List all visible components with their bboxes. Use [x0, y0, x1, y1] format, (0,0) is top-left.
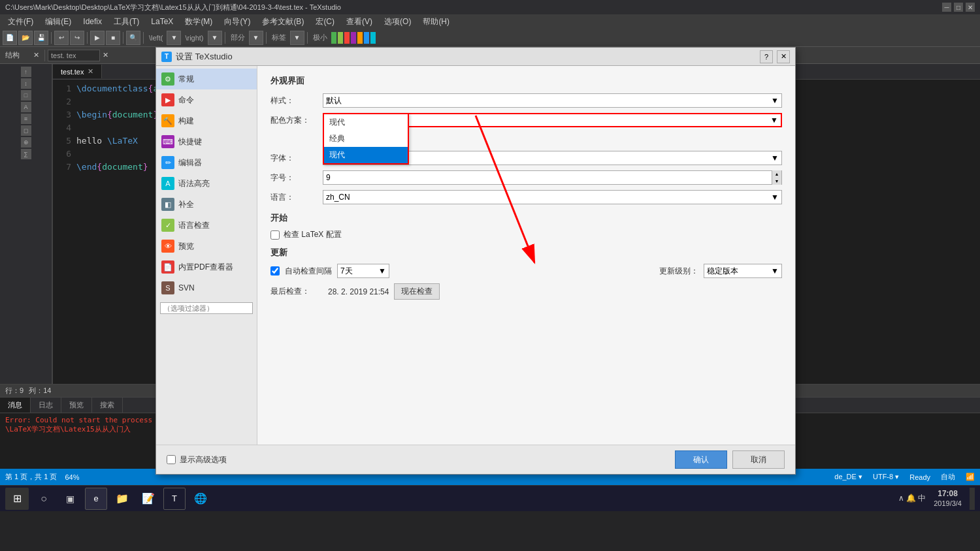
filter-input[interactable]: [160, 302, 253, 314]
open-button[interactable]: 📂: [18, 31, 33, 45]
menu-view[interactable]: 查看(V): [341, 15, 378, 29]
tag-btn[interactable]: ▼: [290, 31, 304, 45]
redo-button[interactable]: ↪: [70, 31, 84, 45]
sidebar-item-editor[interactable]: ✏ 编辑器: [156, 152, 257, 173]
minimize-button[interactable]: ─: [942, 3, 951, 12]
check-latex-row: 检查 LaTeX 配置: [270, 229, 782, 240]
auto-check-arrow-icon: ▼: [378, 266, 386, 276]
left-cmd-btn[interactable]: ▼: [167, 31, 181, 45]
language-select[interactable]: zh_CN ▼: [323, 190, 782, 204]
menu-refs[interactable]: 参考文献(B): [257, 15, 309, 29]
show-desktop-button[interactable]: [970, 488, 975, 510]
menu-macros[interactable]: 宏(C): [310, 15, 340, 29]
left-icon-4[interactable]: A: [21, 102, 31, 112]
sidebar-label-spellcheck: 语言检查: [178, 220, 210, 231]
texstudio-button[interactable]: T: [163, 488, 186, 510]
right-cmd-btn[interactable]: ▼: [208, 31, 222, 45]
language-row: 语言： zh_CN ▼: [270, 190, 782, 204]
close-tab-icon[interactable]: ✕: [103, 51, 108, 59]
menu-edit[interactable]: 编辑(E): [40, 15, 76, 29]
undo-button[interactable]: ↩: [54, 31, 69, 45]
tab-close-icon[interactable]: ✕: [88, 67, 93, 76]
menu-latex[interactable]: LaTeX: [146, 16, 178, 27]
fontsize-down-btn[interactable]: ▼: [772, 178, 781, 185]
editor-icon: ✏: [161, 156, 174, 169]
sidebar-item-commands[interactable]: ▶ 命令: [156, 89, 257, 110]
menu-options[interactable]: 选项(O): [379, 15, 416, 29]
editor-tab-active[interactable]: test.tex ✕: [53, 65, 102, 78]
dialog-close-button[interactable]: ✕: [777, 50, 790, 63]
sidebar-item-autocomplete[interactable]: ◧ 补全: [156, 194, 257, 215]
fontsize-input[interactable]: [323, 173, 772, 182]
style-select[interactable]: 默认 ▼: [323, 93, 782, 108]
sidebar-item-build[interactable]: 🔨 构建: [156, 110, 257, 131]
tab-log[interactable]: 日志: [31, 398, 61, 413]
fontsize-row: 字号： ▲ ▼: [270, 170, 782, 185]
left-icon-3[interactable]: □: [21, 90, 31, 101]
auto-check-checkbox[interactable]: [270, 266, 280, 276]
tab-preview[interactable]: 预览: [61, 398, 92, 413]
left-icon-8[interactable]: ∑: [21, 149, 31, 159]
left-panel: ↑ ↕ □ A ≡ ◻ ⊕ ∑: [0, 64, 52, 384]
menu-idefix[interactable]: Idefix: [78, 16, 107, 27]
tab-messages[interactable]: 消息: [0, 398, 31, 413]
menu-math[interactable]: 数学(M): [180, 15, 218, 29]
ie-button[interactable]: e: [85, 488, 107, 510]
left-icon-7[interactable]: ⊕: [21, 137, 31, 148]
auto-check-select[interactable]: 7天 ▼: [337, 264, 389, 278]
notes-button[interactable]: 📝: [137, 488, 159, 510]
compile-button[interactable]: ▶: [90, 31, 105, 45]
sidebar-item-general[interactable]: ⚙ 常规: [156, 69, 257, 89]
find-button[interactable]: 🔍: [126, 31, 140, 45]
menu-help[interactable]: 帮助(H): [417, 15, 455, 29]
fontsize-spinbox[interactable]: ▲ ▼: [323, 170, 782, 185]
left-icon-5[interactable]: ≡: [21, 114, 31, 124]
task-view-button[interactable]: ▣: [59, 488, 81, 510]
part-btn[interactable]: ▼: [249, 31, 263, 45]
new-button[interactable]: 📄: [3, 31, 17, 45]
fontsize-up-btn[interactable]: ▲: [772, 170, 781, 178]
stop-button[interactable]: ■: [106, 31, 120, 45]
dialog-help-button[interactable]: ?: [760, 50, 773, 63]
cancel-button[interactable]: 取消: [732, 450, 785, 469]
save-button[interactable]: 💾: [34, 31, 48, 45]
font-arrow-icon: ▼: [771, 153, 779, 163]
chrome-button[interactable]: 🌐: [189, 488, 212, 510]
footer-left: 显示高级选项: [167, 454, 227, 465]
sidebar-item-spellcheck[interactable]: ✓ 语言检查: [156, 215, 257, 236]
sidebar-label-general: 常规: [178, 74, 194, 85]
color-option-xiandai[interactable]: 现代: [324, 114, 408, 131]
explorer-button[interactable]: 📁: [111, 488, 133, 510]
sidebar-item-pdfviewer[interactable]: 📄 内置PDF查看器: [156, 257, 257, 277]
structure-close-icon[interactable]: ✕: [33, 51, 39, 59]
maximize-button[interactable]: □: [954, 3, 963, 12]
sidebar-item-svn[interactable]: S SVN: [156, 277, 257, 298]
commands-icon: ▶: [161, 93, 174, 106]
left-icon-1[interactable]: ↑: [21, 67, 31, 77]
menu-tools[interactable]: 工具(T): [108, 15, 144, 29]
left-icon-6[interactable]: ◻: [21, 125, 31, 136]
row-indicator: 行：9: [5, 386, 24, 396]
close-button[interactable]: ✕: [966, 3, 975, 12]
check-latex-checkbox[interactable]: [270, 230, 280, 240]
status-auto: 自动: [941, 472, 955, 482]
menu-file[interactable]: 文件(F): [3, 15, 39, 29]
tab-search[interactable]: 搜索: [92, 398, 123, 413]
clock: 17:08 2019/3/4: [934, 489, 962, 509]
sys-tray: ∧ 🔔 中: [898, 493, 926, 504]
menu-wizard[interactable]: 向导(Y): [219, 15, 255, 29]
color-option-jingdian[interactable]: 经典: [324, 131, 408, 147]
update-level-select[interactable]: 稳定版本 ▼: [704, 264, 782, 278]
left-icon-2[interactable]: ↕: [21, 78, 31, 89]
show-advanced-checkbox[interactable]: [167, 455, 176, 464]
sidebar-item-shortcuts[interactable]: ⌨ 快捷键: [156, 131, 257, 152]
dialog-icon: T: [161, 52, 172, 62]
sidebar-item-grammar[interactable]: A 语法高亮: [156, 173, 257, 194]
sidebar-item-preview[interactable]: 👁 预览: [156, 236, 257, 257]
check-now-button[interactable]: 现在检查: [394, 283, 440, 300]
confirm-button[interactable]: 确认: [675, 450, 727, 469]
status-encoding: UTF-8 ▾: [873, 473, 899, 481]
search-button[interactable]: ○: [33, 488, 55, 510]
color-option-xiandai-selected[interactable]: 现代: [324, 147, 408, 163]
start-button[interactable]: ⊞: [5, 488, 29, 510]
